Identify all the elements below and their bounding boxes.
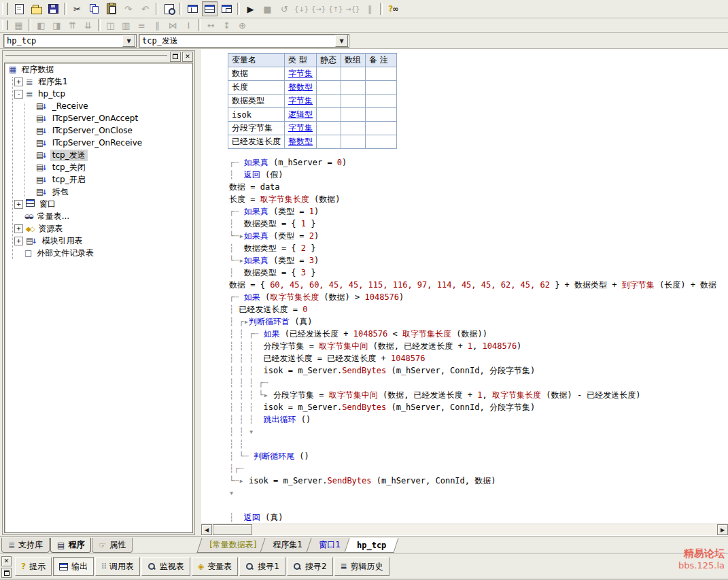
code-line[interactable]: ┆ 数据类型 = { 3 } xyxy=(229,267,716,279)
tree-item-label[interactable]: 常量表... xyxy=(35,211,71,222)
method-combobox[interactable]: tcp_发送 ▼ xyxy=(139,34,349,48)
variable-type-cell[interactable]: 字节集 xyxy=(285,122,317,135)
variable-name-cell[interactable]: 数据 xyxy=(228,67,285,81)
panel-tab-支持库[interactable]: ≣支持库 xyxy=(1,538,50,553)
code-line[interactable] xyxy=(229,499,716,511)
variable-name-cell[interactable]: 已经发送长度 xyxy=(228,135,285,149)
code-line[interactable]: ┌┄ 如果真 (类型 = 1) xyxy=(229,205,716,218)
variable-name-cell[interactable]: isok xyxy=(228,108,285,122)
code-line[interactable]: ┆┌┄ xyxy=(229,462,716,475)
tree-item-label[interactable]: 资源表 xyxy=(36,223,65,235)
column-header[interactable]: 变量名 xyxy=(228,54,285,67)
empty-cell[interactable] xyxy=(341,95,366,108)
layout-output-pane-button[interactable] xyxy=(202,1,218,16)
expand-icon[interactable]: + xyxy=(14,200,23,209)
open-file-button[interactable] xyxy=(29,1,44,16)
tree-item-label[interactable]: 模块引用表 xyxy=(40,235,85,247)
tree-item-label[interactable]: 窗口 xyxy=(37,199,58,210)
variable-type-cell[interactable]: 整数型 xyxy=(285,135,317,149)
code-line[interactable]: 数据 = { 60, 45, 60, 45, 45, 115, 116, 97,… xyxy=(229,279,716,291)
document-tab-常量数据表[interactable]: [常量数据表] xyxy=(196,538,269,553)
bottom-tab-监视表[interactable]: 监视表 xyxy=(141,557,190,576)
tree-item-label[interactable]: ITcpServer_OnAccept xyxy=(50,114,140,123)
type-link[interactable]: 字节集 xyxy=(288,69,313,78)
code-line[interactable]: ┆ 数据类型 = { 2 } xyxy=(229,242,716,254)
document-tab-hp_tcp[interactable]: hp_tcp xyxy=(344,538,399,553)
tree-item-资源表[interactable]: +◆◇资源表 xyxy=(5,222,192,235)
bottom-tab-调用表[interactable]: ⠿调用表 xyxy=(95,557,140,576)
expand-icon[interactable]: + xyxy=(14,78,23,86)
code-listing[interactable]: ┌┄ 如果真 (m_hServer = 0)┆ 返回 (假)数据 = data长… xyxy=(229,156,716,524)
chevron-down-icon[interactable]: ▼ xyxy=(335,35,348,47)
variable-row[interactable]: 数据字节集 xyxy=(228,67,397,81)
variable-row[interactable]: 长度整数型 xyxy=(228,81,397,95)
variable-row[interactable]: 数据类型字节集 xyxy=(228,95,397,108)
variable-row[interactable]: 已经发送长度整数型 xyxy=(228,135,397,149)
cut-button[interactable]: ✂ xyxy=(69,1,85,16)
save-button[interactable] xyxy=(46,1,61,16)
tree-item-模块引用表[interactable]: +▤↓模块引用表 xyxy=(5,235,192,247)
empty-cell[interactable] xyxy=(317,67,341,81)
tree-item-label[interactable]: ITcpServer_OnReceive xyxy=(50,138,144,148)
code-line[interactable]: └┄▸如果真 (类型 = 2) xyxy=(229,230,716,242)
code-line[interactable]: ┌┄ 如果真 (m_hServer = 0) xyxy=(229,156,716,169)
empty-cell[interactable] xyxy=(341,122,366,135)
bottom-tab-搜寻2[interactable]: 搜寻2 xyxy=(287,557,333,576)
tree-item-label[interactable]: tcp_发送 xyxy=(50,150,88,161)
tree-item-label[interactable]: 外部文件记录表 xyxy=(35,248,96,259)
empty-cell[interactable] xyxy=(366,95,397,108)
code-line[interactable]: ┆ ┆ ┆ isok = m_Server.SendBytes (m_hServ… xyxy=(229,401,716,413)
scroll-right-button[interactable]: ▶ xyxy=(717,524,728,535)
tree-item-label[interactable]: 程序数据 xyxy=(19,64,56,75)
bottom-tab-输出[interactable]: 输出 xyxy=(53,557,94,576)
type-link[interactable]: 字节集 xyxy=(288,96,313,105)
tree-item-tcp_发送[interactable]: ▤↓tcp_发送 xyxy=(5,149,192,161)
tree-item-label[interactable]: 程序集1 xyxy=(36,76,70,88)
horizontal-scrollbar[interactable]: ◀ ▶ xyxy=(201,524,728,535)
tree-item-ITcpServer_OnAccept[interactable]: ▤↓ITcpServer_OnAccept xyxy=(5,112,192,124)
variable-name-cell[interactable]: 数据类型 xyxy=(228,95,285,108)
maximize-panel-button[interactable] xyxy=(170,52,181,62)
code-line[interactable]: ┆ 数据类型 = { 1 } xyxy=(229,218,716,230)
empty-cell[interactable] xyxy=(366,122,397,135)
panel-tab-属性[interactable]: ☞属性 xyxy=(92,538,133,553)
tree-item-拆包[interactable]: ▤↓拆包 xyxy=(5,186,192,198)
variable-row[interactable]: isok逻辑型 xyxy=(228,108,397,122)
empty-cell[interactable] xyxy=(341,135,366,149)
panel-drag-handle[interactable] xyxy=(5,55,167,58)
bottom-tab-剪辑历史[interactable]: ≣剪辑历史 xyxy=(334,557,389,576)
code-line[interactable]: ┆ ┆ ┆ 跳出循环 () xyxy=(229,413,716,426)
column-header[interactable]: 备 注 xyxy=(366,54,397,67)
close-bottom-panel-button[interactable]: ✕ xyxy=(1,556,12,566)
empty-cell[interactable] xyxy=(341,67,366,81)
panel-tab-程序[interactable]: ▤程序 xyxy=(50,538,91,553)
code-line[interactable]: ▾ xyxy=(229,487,716,499)
tree-item-程序数据[interactable]: ▦程序数据 xyxy=(5,63,192,75)
variable-name-cell[interactable]: 分段字节集 xyxy=(228,122,285,135)
layout-all-panes-button[interactable] xyxy=(219,1,235,16)
tree-item-label[interactable]: hp_tcp xyxy=(36,89,67,99)
variable-type-cell[interactable]: 整数型 xyxy=(285,81,317,95)
tree-item-label[interactable]: 拆包 xyxy=(50,186,71,198)
close-panel-button[interactable]: ✕ xyxy=(182,52,193,62)
code-line[interactable]: ┆ ┆ ┆ 分段字节集 = 取字节集中间 (数据, 已经发送长度 + 1, 10… xyxy=(229,340,716,352)
empty-cell[interactable] xyxy=(366,67,397,81)
tree-item-窗口[interactable]: +窗口 xyxy=(5,198,192,210)
code-line[interactable]: ┆ 已经发送长度 = 0 xyxy=(229,303,716,315)
tree-item-程序集1[interactable]: +≣程序集1 xyxy=(5,75,192,88)
tree-item-ITcpServer_OnReceive[interactable]: ▤↓ITcpServer_OnReceive xyxy=(5,137,192,149)
tree-item-label[interactable]: tcp_开启 xyxy=(50,174,88,186)
empty-cell[interactable] xyxy=(317,81,341,95)
variable-row[interactable]: 分段字节集字节集 xyxy=(228,122,397,135)
scrollbar-thumb[interactable] xyxy=(213,524,252,535)
column-header[interactable]: 类 型 xyxy=(285,54,317,67)
code-line[interactable]: ┌┄ 如果 (取字节集长度 (数据) > 1048576) xyxy=(229,291,716,303)
paste-button[interactable] xyxy=(103,1,119,16)
code-line[interactable]: ┆ ┆ ┆ └▸ 分段字节集 = 取字节集中间 (数据, 已经发送长度 + 1,… xyxy=(229,389,716,401)
tree-item-label[interactable]: ITcpServer_OnClose xyxy=(50,126,135,135)
expand-icon[interactable]: + xyxy=(14,224,23,233)
chevron-down-icon[interactable]: ▼ xyxy=(122,35,135,47)
code-line[interactable]: ┆ ┆ ┆ 已经发送长度 = 已经发送长度 + 1048576 xyxy=(229,352,716,364)
empty-cell[interactable] xyxy=(366,135,397,149)
code-line[interactable]: └┄▸如果真 (类型 = 3) xyxy=(229,254,716,267)
